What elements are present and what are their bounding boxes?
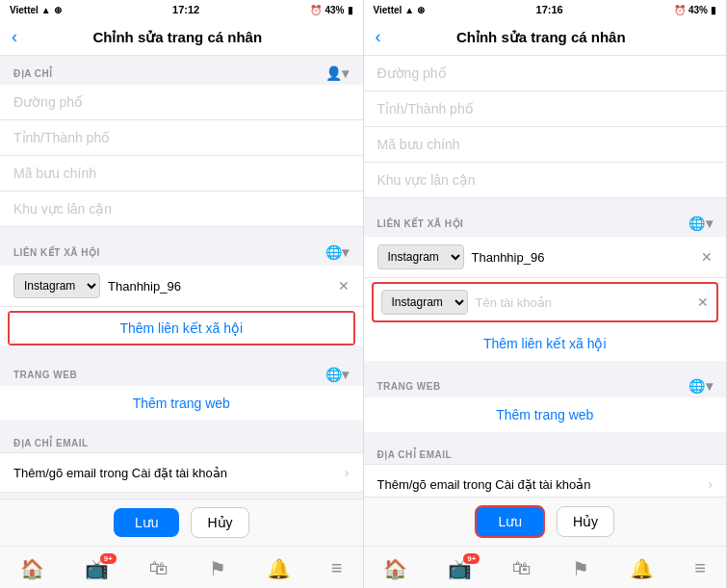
right-tab-menu[interactable]: ≡ <box>694 557 706 579</box>
left-tab-home[interactable]: 🏠 <box>20 557 44 580</box>
right-social-placeholder-2[interactable]: Tên tài khoản <box>476 295 690 310</box>
left-city-field[interactable]: Tỉnh/Thành phố <box>0 120 363 156</box>
left-time: 17:12 <box>172 4 199 15</box>
left-address-header: ĐỊA CHỈ 👤▾ <box>0 56 363 85</box>
right-tab-bar: 🏠 📺9+ 🛍 ⚑ 🔔 ≡ <box>364 546 727 588</box>
left-add-web-button[interactable]: Thêm trang web <box>0 386 363 421</box>
right-web-label: TRANG WEB <box>377 381 441 392</box>
left-social-section: Instagram Thanhhip_96 ✕ Thêm liên kết xã… <box>0 266 363 345</box>
left-wifi-icon: ⊛ <box>54 5 62 15</box>
left-nav-bar: ‹ Chỉnh sửa trang cá nhân <box>0 19 363 56</box>
left-tab-badge: 9+ <box>100 553 117 564</box>
right-tab-flag[interactable]: ⚑ <box>572 557 589 580</box>
right-web-globe-icon: 🌐▾ <box>688 378 713 394</box>
right-zip-field[interactable]: Mã bưu chính <box>364 127 727 163</box>
left-email-arrow: › <box>345 465 350 480</box>
left-web-header: TRANG WEB 🌐▾ <box>0 357 363 386</box>
right-tab-bell[interactable]: 🔔 <box>630 557 654 580</box>
right-add-social-button[interactable]: Thêm liên kết xã hội <box>364 326 727 361</box>
left-save-button[interactable]: Lưu <box>114 508 180 537</box>
right-status-left: Viettel ▲ ⊛ <box>374 5 426 15</box>
right-email-row[interactable]: Thêm/gõ email trong Cài đặt tài khoản › <box>364 464 727 497</box>
left-email-label: ĐỊA CHỈ EMAIL <box>13 438 89 448</box>
right-content: Đường phố Tỉnh/Thành phố Mã bưu chính Kh… <box>364 56 727 497</box>
left-tab-flag[interactable]: ⚑ <box>209 557 226 580</box>
right-email-action-text: Thêm/gõ email trong Cài đặt tài khoản <box>377 477 591 492</box>
left-globe-icon: 🌐▾ <box>325 244 350 260</box>
left-bottom-bar: Lưu Hủy <box>0 499 363 546</box>
right-email-arrow: › <box>708 476 713 492</box>
left-email-action-text: Thêm/gõ email trong Cài đặt tài khoản <box>13 466 227 480</box>
left-signal-icon: ▲ <box>41 5 51 15</box>
right-battery: 43% <box>688 5 708 15</box>
left-email-row[interactable]: Thêm/gõ email trong Cài đặt tài khoản › <box>0 452 363 493</box>
left-carrier: Viettel <box>10 5 39 15</box>
right-social-row-1: Instagram Thanhhip_96 ✕ <box>364 237 727 278</box>
right-social-platform-select-1[interactable]: Instagram <box>377 244 464 269</box>
left-tab-menu[interactable]: ≡ <box>331 557 343 579</box>
right-battery-icon: ▮ <box>711 5 716 15</box>
right-globe-icon: 🌐▾ <box>688 216 713 231</box>
left-tab-shop[interactable]: 🛍 <box>149 557 169 579</box>
right-social-value-1: Thanhhip_96 <box>472 250 694 265</box>
left-web-label: TRANG WEB <box>13 370 77 380</box>
left-nav-title: Chỉnh sửa trang cá nhân <box>27 29 328 46</box>
left-social-value: Thanhhip_96 <box>108 279 330 294</box>
right-email-header: ĐỊA CHỈ EMAIL <box>364 440 727 464</box>
left-content: ĐỊA CHỈ 👤▾ Đường phố Tỉnh/Thành phố Mã b… <box>0 56 363 499</box>
left-web-globe-icon: 🌐▾ <box>325 367 350 382</box>
left-social-label: LIÊN KẾT XÃ HỘI <box>13 247 100 258</box>
left-tab-bell[interactable]: 🔔 <box>267 557 291 580</box>
right-wifi-icon: ⊛ <box>417 5 425 15</box>
right-social-header: LIÊN KẾT XÃ HỘI 🌐▾ <box>364 206 727 235</box>
left-zip-field[interactable]: Mã bưu chính <box>0 156 363 192</box>
right-tab-reels[interactable]: 📺9+ <box>448 557 472 580</box>
right-social-remove-1[interactable]: ✕ <box>701 249 713 265</box>
left-person-icon: 👤▾ <box>325 65 350 81</box>
right-social-row-2-highlighted: Instagram Tên tài khoản ✕ <box>372 282 719 322</box>
left-social-platform-select[interactable]: Instagram <box>13 273 100 298</box>
right-save-button[interactable]: Lưu <box>475 505 545 538</box>
right-street-field[interactable]: Đường phố <box>364 56 727 91</box>
left-social-remove[interactable]: ✕ <box>338 278 350 294</box>
left-alarm-icon: ⏰ <box>310 5 322 15</box>
left-tab-bar: 🏠 📺9+ 🛍 ⚑ 🔔 ≡ <box>0 546 363 588</box>
left-address-label: ĐỊA CHỈ <box>13 68 53 79</box>
right-social-platform-select-2[interactable]: Instagram <box>381 290 468 315</box>
right-phone-panel: Viettel ▲ ⊛ 17:16 ⏰ 43% ▮ ‹ Chỉnh sửa tr… <box>364 0 728 588</box>
left-status-bar: Viettel ▲ ⊛ 17:12 ⏰ 43% ▮ <box>0 0 363 19</box>
right-signal-icon: ▲ <box>404 5 414 15</box>
right-bottom-bar: Lưu Hủy <box>364 497 727 546</box>
left-region-field[interactable]: Khu vực lân cận <box>0 192 363 227</box>
left-street-field[interactable]: Đường phố <box>0 85 363 120</box>
right-region-field[interactable]: Khu vực lân cận <box>364 163 727 198</box>
left-status-left: Viettel ▲ ⊛ <box>10 5 62 15</box>
left-back-button[interactable]: ‹ <box>12 27 17 47</box>
right-social-label: LIÊN KẾT XÃ HỘI <box>377 218 464 229</box>
left-status-right: ⏰ 43% ▮ <box>310 5 352 15</box>
left-tab-reels[interactable]: 📺9+ <box>85 557 109 580</box>
right-status-right: ⏰ 43% ▮ <box>674 5 716 15</box>
right-social-section: Instagram Thanhhip_96 ✕ Instagram Tên tà… <box>364 237 727 361</box>
left-cancel-button[interactable]: Hủy <box>191 507 248 538</box>
right-tab-shop[interactable]: 🛍 <box>512 557 532 579</box>
right-add-web-button[interactable]: Thêm trang web <box>364 397 727 432</box>
right-cancel-button[interactable]: Hủy <box>557 506 614 537</box>
left-add-social-highlight: Thêm liên kết xã hội <box>8 311 355 345</box>
right-web-header: TRANG WEB 🌐▾ <box>364 369 727 397</box>
right-carrier: Viettel <box>374 5 402 15</box>
left-battery-icon: ▮ <box>348 5 353 15</box>
right-nav-bar: ‹ Chỉnh sửa trang cá nhân <box>364 19 727 56</box>
right-tab-badge: 9+ <box>463 553 480 564</box>
left-battery: 43% <box>325 5 344 15</box>
right-alarm-icon: ⏰ <box>674 5 686 15</box>
right-social-remove-2[interactable]: ✕ <box>697 294 709 310</box>
left-social-row-1: Instagram Thanhhip_96 ✕ <box>0 266 363 307</box>
left-add-social-button[interactable]: Thêm liên kết xã hội <box>10 313 353 344</box>
right-tab-home[interactable]: 🏠 <box>383 557 407 580</box>
right-back-button[interactable]: ‹ <box>376 27 381 47</box>
right-city-field[interactable]: Tỉnh/Thành phố <box>364 91 727 127</box>
left-social-header: LIÊN KẾT XÃ HỘI 🌐▾ <box>0 235 363 264</box>
right-nav-title: Chỉnh sửa trang cá nhân <box>391 29 692 46</box>
left-email-header: ĐỊA CHỈ EMAIL <box>0 428 363 452</box>
